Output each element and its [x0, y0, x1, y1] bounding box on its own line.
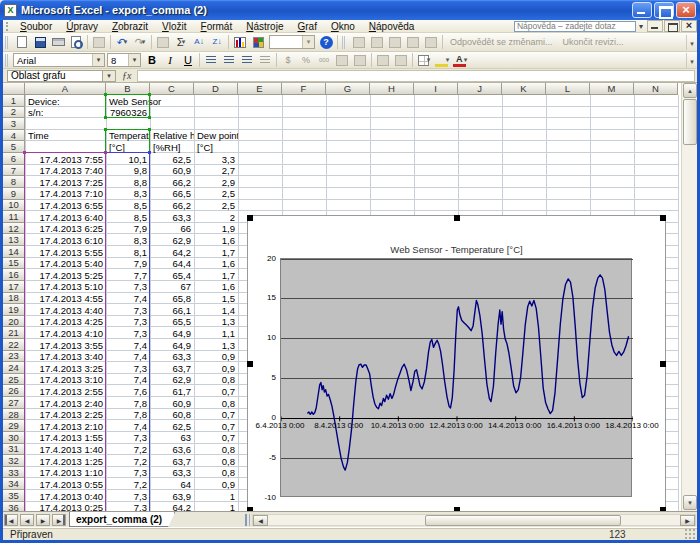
cell[interactable]: 63,3 — [150, 352, 194, 362]
row-header-26[interactable]: 26 — [3, 386, 25, 398]
decrease-decimal-button[interactable] — [351, 52, 369, 68]
cell[interactable]: 17.4.2013 6:40 — [25, 213, 106, 223]
cell[interactable]: 17.4.2013 1:25 — [25, 457, 106, 467]
minimize-button[interactable] — [632, 2, 652, 18]
vertical-scrollbar[interactable]: ▲ ▼ — [681, 83, 697, 511]
title-bar[interactable]: X Microsoft Excel - export_comma (2) — [0, 0, 700, 20]
menu-item-2[interactable]: Zobrazit — [105, 21, 155, 32]
name-box-dropdown-icon[interactable]: ▾ — [103, 70, 116, 82]
column-header-A[interactable]: A — [25, 83, 106, 95]
column-header-B[interactable]: B — [106, 83, 150, 95]
workbook-close-button[interactable] — [681, 20, 697, 32]
toolbar-grip[interactable] — [5, 54, 10, 67]
cell[interactable]: 0,8 — [194, 468, 238, 478]
column-header-D[interactable]: D — [194, 83, 238, 95]
bold-button[interactable]: B — [143, 52, 161, 68]
row-header-17[interactable]: 17 — [3, 281, 25, 293]
cell[interactable]: 2,5 — [194, 189, 238, 199]
row-header-28[interactable]: 28 — [3, 409, 25, 421]
cell[interactable]: 17.4.2013 0:55 — [25, 480, 106, 490]
cell[interactable]: 1,7 — [194, 248, 238, 258]
cell[interactable]: 3,3 — [194, 155, 238, 165]
menu-item-6[interactable]: Graf — [290, 21, 323, 32]
cell[interactable]: 2,7 — [194, 166, 238, 176]
merge-center-button[interactable] — [256, 52, 274, 68]
row-header-2[interactable]: 2 — [3, 107, 25, 119]
decrease-indent-button[interactable] — [374, 52, 392, 68]
cell[interactable]: Temperatu — [106, 131, 150, 141]
cell[interactable]: Time — [25, 131, 106, 141]
chart-selection-handle[interactable] — [247, 215, 253, 221]
cell[interactable]: 0,9 — [194, 480, 238, 490]
drawing-button[interactable] — [249, 34, 267, 50]
toolbar-grip[interactable] — [5, 36, 10, 49]
increase-decimal-button[interactable] — [333, 52, 351, 68]
cell[interactable]: 1 — [194, 492, 238, 502]
row-header-6[interactable]: 6 — [3, 153, 25, 165]
underline-button[interactable]: U — [179, 52, 197, 68]
reply-with-changes-button[interactable]: Odpovědět se změnami... — [445, 37, 558, 47]
menu-item-7[interactable]: Okno — [324, 21, 362, 32]
workbook-minimize-button[interactable] — [647, 20, 663, 32]
menu-item-5[interactable]: Nástroje — [239, 21, 290, 32]
row-header-15[interactable]: 15 — [3, 258, 25, 270]
review-track-changes-button[interactable] — [422, 34, 440, 50]
cell[interactable]: 7,9 — [106, 224, 150, 234]
column-header-E[interactable]: E — [238, 83, 282, 95]
cell[interactable]: 0,8 — [194, 375, 238, 385]
row-header-33[interactable]: 33 — [3, 467, 25, 479]
cell[interactable]: 1,6 — [194, 259, 238, 269]
cell[interactable]: 7,4 — [106, 422, 150, 432]
column-header-J[interactable]: J — [458, 83, 502, 95]
cell[interactable]: 7,3 — [106, 468, 150, 478]
row-header-35[interactable]: 35 — [3, 490, 25, 502]
column-header-C[interactable]: C — [150, 83, 194, 95]
cell[interactable]: 1,7 — [194, 271, 238, 281]
cell[interactable]: 7,3 — [106, 329, 150, 339]
menu-item-4[interactable]: Formát — [194, 21, 240, 32]
toolbar-options-chevron[interactable]: ▾ — [686, 53, 697, 68]
close-button[interactable] — [676, 2, 696, 18]
cell[interactable]: 64,9 — [150, 341, 194, 351]
cell[interactable]: 7,3 — [106, 433, 150, 443]
cell[interactable]: 17.4.2013 0:40 — [25, 492, 106, 502]
cell[interactable]: 17.4.2013 7:55 — [25, 155, 106, 165]
resize-grip[interactable] — [684, 528, 695, 539]
row-header-22[interactable]: 22 — [3, 339, 25, 351]
redo-button[interactable]: ↷▾ — [131, 34, 149, 50]
scroll-up-button[interactable]: ▲ — [683, 83, 697, 98]
cell[interactable]: 17.4.2013 6:25 — [25, 224, 106, 234]
review-mail-button[interactable] — [404, 34, 422, 50]
menu-item-1[interactable]: Úpravy — [59, 21, 105, 32]
cell[interactable]: 17.4.2013 4:10 — [25, 329, 106, 339]
column-header-I[interactable]: I — [414, 83, 458, 95]
cell[interactable]: 0,8 — [194, 399, 238, 409]
row-header-24[interactable]: 24 — [3, 362, 25, 374]
zoom-combobox[interactable]: ▾ — [269, 35, 315, 49]
cell[interactable]: s/n: — [25, 108, 106, 118]
cell[interactable]: 7,4 — [106, 352, 150, 362]
cell[interactable]: 7,3 — [106, 492, 150, 502]
cell[interactable]: 66,5 — [150, 189, 194, 199]
select-all-corner[interactable] — [3, 83, 25, 95]
tab-next-button[interactable]: ▶ — [36, 514, 50, 526]
row-header-18[interactable]: 18 — [3, 293, 25, 305]
sort-ascending-button[interactable]: A↓ — [190, 34, 208, 50]
row-header-19[interactable]: 19 — [3, 304, 25, 316]
cell[interactable]: 17.4.2013 2:10 — [25, 422, 106, 432]
cell[interactable]: 7,9 — [106, 259, 150, 269]
cell[interactable]: 1,9 — [194, 224, 238, 234]
cell[interactable]: 0,7 — [194, 433, 238, 443]
vertical-scroll-thumb[interactable] — [683, 99, 697, 145]
cell[interactable]: 17.4.2013 5:40 — [25, 259, 106, 269]
chart-selection-handle[interactable] — [247, 361, 253, 367]
menubar-grip[interactable] — [6, 22, 10, 31]
cell[interactable]: [°C] — [106, 143, 150, 153]
cell[interactable]: 62,5 — [150, 155, 194, 165]
review-comment-button[interactable] — [350, 34, 368, 50]
cell[interactable]: 0,9 — [194, 364, 238, 374]
row-header-4[interactable]: 4 — [3, 130, 25, 142]
row-header-23[interactable]: 23 — [3, 351, 25, 363]
row-header-32[interactable]: 32 — [3, 455, 25, 467]
column-header-K[interactable]: K — [502, 83, 546, 95]
